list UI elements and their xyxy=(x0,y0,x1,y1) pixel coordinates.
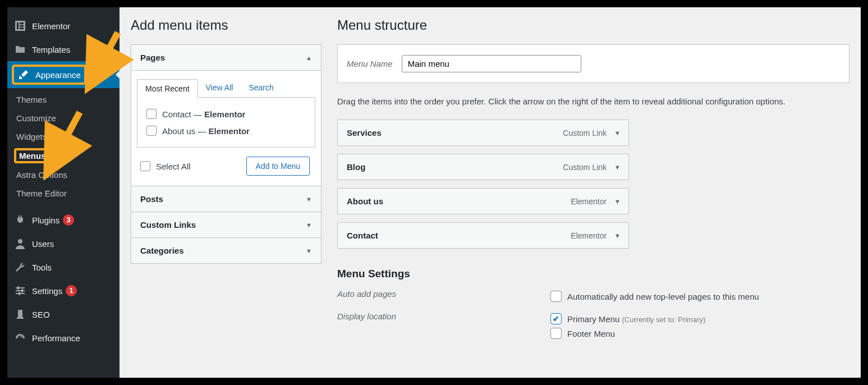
sidebar-sub-astra[interactable]: Astra Options xyxy=(7,166,120,184)
tab-most-recent[interactable]: Most Recent xyxy=(137,79,198,98)
sidebar-item-label: Appearance xyxy=(35,70,81,80)
menu-instructions: Drag the items into the order you prefer… xyxy=(337,95,849,107)
add-to-menu-button[interactable]: Add to Menu xyxy=(246,157,310,176)
chevron-down-icon[interactable]: ▼ xyxy=(614,198,621,205)
sidebar-item-tools[interactable]: Tools xyxy=(7,255,120,279)
add-menu-items-column: Add menu items Pages ▲ Most Recent View … xyxy=(131,17,322,368)
svg-rect-10 xyxy=(21,289,23,292)
sidebar-item-label: Tools xyxy=(32,263,52,272)
pages-tabs: Most Recent View All Search xyxy=(137,79,315,97)
menu-structure-title: Menu structure xyxy=(337,17,849,33)
svg-rect-2 xyxy=(20,22,24,24)
sidebar-sub-menus[interactable]: Menus xyxy=(7,146,120,166)
menu-name-label: Menu Name xyxy=(347,59,393,68)
sidebar-item-label: Users xyxy=(32,239,54,249)
sidebar-sub-customize[interactable]: Customize xyxy=(7,109,120,127)
main-content: Add menu items Pages ▲ Most Recent View … xyxy=(120,7,861,378)
svg-rect-7 xyxy=(16,290,25,291)
user-icon xyxy=(14,237,26,250)
svg-rect-6 xyxy=(16,287,25,288)
chevron-down-icon[interactable]: ▼ xyxy=(614,232,621,239)
chevron-down-icon: ▼ xyxy=(306,247,312,254)
menu-items-list: Services Custom Link ▼ Blog Custom Link … xyxy=(337,120,849,249)
sidebar-item-elementor[interactable]: Elementor xyxy=(7,14,120,38)
accordion-header-custom-links[interactable]: Custom Links ▼ xyxy=(131,212,321,237)
auto-add-option: Automatically add new top-level pages to… xyxy=(567,292,759,301)
admin-sidebar: Elementor Templates Appearance Themes Cu… xyxy=(7,7,120,378)
seo-icon xyxy=(14,308,26,320)
accordion-title: Custom Links xyxy=(140,220,196,230)
svg-rect-11 xyxy=(19,292,20,295)
accordion-header-posts[interactable]: Posts ▼ xyxy=(131,186,321,212)
sidebar-submenu-appearance: Themes Customize Widgets Menus Astra Opt… xyxy=(7,88,120,208)
menu-item-type: Elementor xyxy=(571,197,607,206)
primary-menu-note: (Currently set to: Primary) xyxy=(622,315,706,324)
sliders-icon xyxy=(14,285,26,297)
pages-footer: Select All Add to Menu xyxy=(137,148,315,178)
pages-tab-panel: Contact — Elementor About us — Elementor xyxy=(137,97,315,148)
checkbox-auto-add[interactable] xyxy=(550,291,562,302)
accordion-title: Pages xyxy=(140,53,165,62)
menu-item-services[interactable]: Services Custom Link ▼ xyxy=(337,120,629,146)
sidebar-item-plugins[interactable]: Plugins 3 xyxy=(7,208,120,232)
sidebar-sub-theme-editor[interactable]: Theme Editor xyxy=(7,184,120,203)
svg-rect-1 xyxy=(17,22,19,29)
sidebar-item-seo[interactable]: SEO xyxy=(7,302,120,326)
svg-rect-9 xyxy=(17,286,19,290)
menu-item-type: Custom Link xyxy=(563,163,607,172)
checkbox-select-all[interactable] xyxy=(140,161,150,171)
plug-icon xyxy=(14,214,26,226)
sidebar-item-label: Plugins xyxy=(32,216,59,225)
chevron-down-icon: ▼ xyxy=(306,222,312,228)
wrench-icon xyxy=(14,261,26,273)
sidebar-item-templates[interactable]: Templates xyxy=(7,38,120,61)
checkbox-about-us[interactable] xyxy=(146,126,157,136)
add-menu-accordion: Pages ▲ Most Recent View All Search C xyxy=(131,44,322,264)
checkbox-footer-menu[interactable] xyxy=(550,328,562,339)
chevron-down-icon[interactable]: ▼ xyxy=(614,130,621,136)
chevron-up-icon: ▲ xyxy=(306,54,312,61)
chevron-down-icon: ▼ xyxy=(306,196,312,203)
menu-settings-title: Menu Settings xyxy=(337,268,849,280)
select-all-label: Select All xyxy=(156,162,191,171)
add-menu-items-title: Add menu items xyxy=(131,17,322,33)
sidebar-sub-widgets[interactable]: Widgets xyxy=(7,127,120,146)
menu-name-input[interactable] xyxy=(402,55,581,72)
footer-menu-label: Footer Menu xyxy=(567,329,615,338)
accordion-header-categories[interactable]: Categories ▼ xyxy=(131,237,321,263)
svg-rect-3 xyxy=(20,25,24,27)
elementor-icon xyxy=(14,20,26,32)
sidebar-item-label: Templates xyxy=(32,45,70,54)
sidebar-item-appearance[interactable]: Appearance xyxy=(7,61,120,88)
brush-icon xyxy=(17,68,30,81)
svg-point-5 xyxy=(18,239,22,244)
checkbox-primary-menu[interactable] xyxy=(550,313,562,324)
sidebar-item-performance[interactable]: Performance xyxy=(7,326,120,350)
svg-rect-4 xyxy=(20,27,24,29)
tab-search[interactable]: Search xyxy=(241,79,281,97)
tab-view-all[interactable]: View All xyxy=(198,79,241,97)
sidebar-item-settings[interactable]: Settings 1 xyxy=(7,279,120,302)
settings-row-display-location: Display location Primary Menu (Currently… xyxy=(337,311,849,341)
menu-structure-column: Menu structure Menu Name Drag the items … xyxy=(337,17,849,368)
sidebar-sub-themes[interactable]: Themes xyxy=(7,90,120,109)
checkbox-contact[interactable] xyxy=(146,109,157,119)
menu-item-contact[interactable]: Contact Elementor ▼ xyxy=(337,222,629,249)
menu-item-type: Elementor xyxy=(571,231,607,240)
sidebar-item-users[interactable]: Users xyxy=(7,232,120,255)
menu-item-blog[interactable]: Blog Custom Link ▼ xyxy=(337,154,629,180)
chevron-down-icon[interactable]: ▼ xyxy=(614,164,621,171)
accordion-title: Posts xyxy=(140,194,163,204)
settings-badge: 1 xyxy=(66,285,77,296)
gauge-icon xyxy=(14,332,26,344)
page-item-contact[interactable]: Contact — Elementor xyxy=(144,106,308,122)
auto-add-label: Auto add pages xyxy=(337,289,550,299)
menu-item-type: Custom Link xyxy=(563,129,607,138)
page-item-about-us[interactable]: About us — Elementor xyxy=(144,122,308,139)
accordion-title: Categories xyxy=(140,246,184,255)
display-location-label: Display location xyxy=(337,311,550,321)
menu-name-row: Menu Name xyxy=(337,44,849,83)
sidebar-item-label: Settings xyxy=(32,286,62,296)
menu-item-about-us[interactable]: About us Elementor ▼ xyxy=(337,188,629,214)
accordion-header-pages[interactable]: Pages ▲ xyxy=(131,45,321,70)
